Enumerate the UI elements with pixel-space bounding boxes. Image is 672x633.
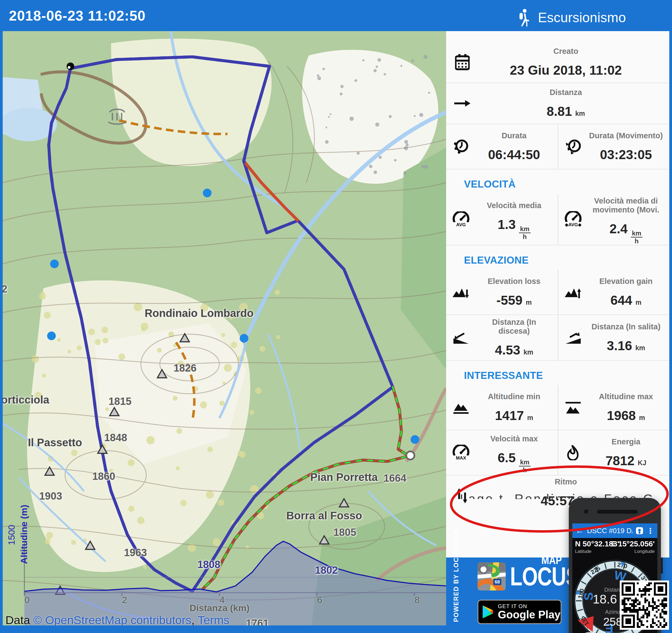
stat-cell-alt-max: Altitudine max 1968 m xyxy=(558,385,669,430)
section-interesting: INTERESSANTE xyxy=(446,361,669,385)
duration-value: 06:44:50 xyxy=(488,147,540,162)
terms-link[interactable]: Terms xyxy=(198,613,230,626)
altitude-min-icon xyxy=(446,401,476,414)
back-arrow-icon: ← xyxy=(576,526,584,535)
distance-unit: km xyxy=(575,109,585,118)
elev-gain-unit: m xyxy=(635,299,641,306)
alt-min-label: Altitudine min xyxy=(476,392,552,401)
stat-cell-duration-movement: Durata (Movimento) 03:23:05 xyxy=(558,124,669,169)
stat-cell-elev-loss: Elevation loss -559 m xyxy=(446,270,558,314)
osm-link[interactable]: © OpenStreetMap contributors xyxy=(33,613,192,626)
duration-label: Durata xyxy=(476,131,552,140)
created-label: Creato xyxy=(479,47,653,56)
duration-movement-clock-icon xyxy=(558,139,588,154)
waypoint-dot xyxy=(411,435,419,444)
longitude-value: E 15°25.056' xyxy=(611,540,655,548)
dist-down-unit: km xyxy=(524,348,533,356)
avg-speed-label: Velocità media xyxy=(476,201,552,210)
stat-cell-energy: Energia 7812 KJ xyxy=(558,430,669,475)
phone-appbar-title: DSCC #019 DARK SI... xyxy=(587,527,632,535)
chart-xtick: 6 xyxy=(317,594,322,605)
elev-loss-label: Elevation loss xyxy=(476,277,552,286)
stat-cell-dist-down: Distanza (In discesa) 4.53 km xyxy=(446,315,558,360)
dist-up-label: Distanza (In salita) xyxy=(588,322,664,331)
chart-ylabel: Altitudine (m) xyxy=(19,494,29,575)
elev-loss-unit: m xyxy=(526,299,532,306)
altitude-max-icon xyxy=(558,401,588,414)
map-label: 1802 xyxy=(315,564,338,576)
stat-cell-avg-move-speed: ◆AVG◆ Velocità media di movimento (Movi.… xyxy=(558,194,669,245)
dist-up-value: 3.16 xyxy=(607,338,632,353)
map-label: 2 xyxy=(3,283,7,295)
phone-coordinates: N 50°32.183' E 15°25.056' Latitude Longi… xyxy=(572,538,657,555)
play-badge-top: GET IT ON xyxy=(498,604,560,609)
chart-xtick: 0 xyxy=(25,594,30,605)
elev-loss-value: -559 xyxy=(497,293,523,308)
arrow-right-icon xyxy=(446,100,479,107)
energy-value: 7812 xyxy=(606,453,634,468)
page-title: 2018-06-23 11:02:50 xyxy=(9,7,146,24)
distance-label: Distanza xyxy=(479,88,653,97)
compass-azimuth-value: 258 xyxy=(603,615,622,628)
track-start-marker xyxy=(67,62,74,70)
avg-speed-unit: kmh xyxy=(519,225,531,240)
created-value: 23 Giu 2018, 11:02 xyxy=(510,63,622,78)
phone-camera xyxy=(584,509,588,514)
map-label: Borra al Fosso xyxy=(286,510,362,522)
map-label: 1826 xyxy=(174,362,197,374)
longitude-label: Longitude xyxy=(634,549,655,554)
avg-move-speed-label: Velocità media di movimento (Movi. xyxy=(588,197,664,214)
avg-move-speed-unit: kmh xyxy=(631,230,643,244)
track-end-marker xyxy=(406,451,414,459)
screenshot-root: 2018-06-23 11:02:50 Escursionismo xyxy=(0,0,672,633)
duration-movement-value: 03:23:05 xyxy=(600,147,652,162)
attribution-prefix: Data xyxy=(5,613,33,626)
google-play-icon xyxy=(482,605,494,619)
map-label: 1848 xyxy=(104,432,127,444)
stat-cell-dist-up: Distanza (In salita) 3.16 km xyxy=(558,315,669,360)
stat-row-created: Creato 23 Giu 2018, 11:02 xyxy=(446,42,669,82)
alt-max-unit: m xyxy=(639,414,645,422)
energy-flame-icon xyxy=(558,445,588,460)
chart-xtick: 2 xyxy=(122,594,127,605)
map-label: 1808 xyxy=(197,559,220,571)
elevation-gain-icon xyxy=(558,286,588,298)
alt-max-label: Altitudine max xyxy=(588,392,664,401)
downhill-icon xyxy=(446,332,476,344)
waypoint-dot xyxy=(203,188,212,197)
alt-min-unit: m xyxy=(527,414,533,422)
waypoint-dot xyxy=(50,259,59,268)
dist-down-value: 4.53 xyxy=(495,343,520,357)
elevation-loss-icon xyxy=(446,286,476,298)
poi-icon xyxy=(636,527,643,534)
activity-type: Escursionismo xyxy=(517,9,626,27)
stat-cell-max-speed: MAX Velocità max 6.5 kmh xyxy=(446,430,558,475)
map-label: Il Passetto xyxy=(28,436,82,449)
uphill-icon xyxy=(558,332,588,344)
play-badge-bottom: Google Play xyxy=(498,609,560,620)
map-viewport[interactable]: Rondinaio Lombardo18261815orticciola1848… xyxy=(3,31,446,626)
map-label: Rondinaio Lombardo xyxy=(145,307,254,319)
map-attribution: Data © OpenStreetMap contributors, Terms xyxy=(5,613,230,626)
distance-value: 8.81 xyxy=(547,104,572,119)
duration-clock-icon xyxy=(446,139,476,154)
max-speed-gauge-icon: MAX xyxy=(446,445,476,461)
map-label: 1805 xyxy=(333,527,356,538)
powered-by-label: POWERED BY LOCUS MAP xyxy=(453,560,460,622)
section-elevation: ELEVAZIONE xyxy=(446,246,669,270)
latitude-label: Latitude xyxy=(575,549,592,554)
map-label: 1815 xyxy=(109,396,131,407)
stat-row-distance: Distanza 8.81 km xyxy=(446,83,669,124)
activity-label: Escursionismo xyxy=(538,10,626,25)
alt-min-value: 1417 xyxy=(495,408,524,423)
map-label: 1903 xyxy=(39,490,62,502)
elev-gain-value: 644 xyxy=(610,293,632,308)
locus-map-sub: MAP xyxy=(542,554,562,566)
map-label: 1664 xyxy=(384,473,407,484)
google-play-badge[interactable]: GET IT ON Google Play xyxy=(478,600,561,624)
waypoint-dot xyxy=(240,334,248,343)
map-label: 1761 xyxy=(246,617,269,626)
hiker-icon xyxy=(517,9,531,27)
stat-cell-elev-gain: Elevation gain 644 m xyxy=(558,270,669,314)
track-stats-panel: Creato 23 Giu 2018, 11:02 Distanza 8.81 … xyxy=(446,31,669,557)
